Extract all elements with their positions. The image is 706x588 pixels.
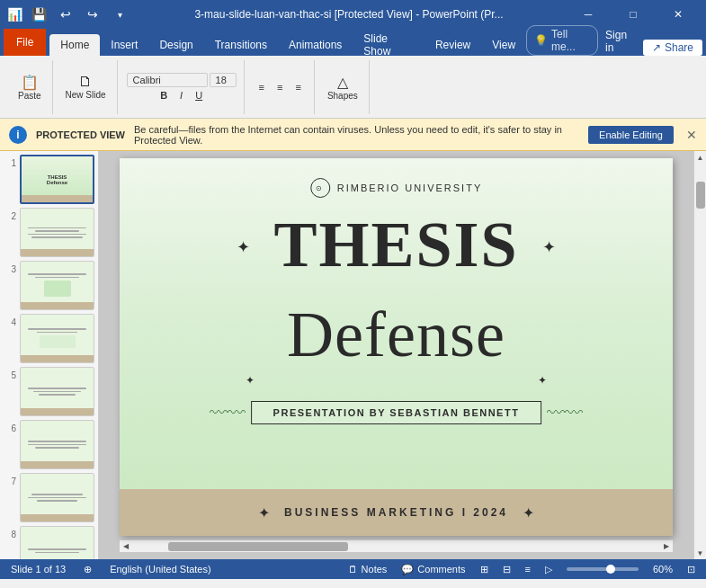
reading-view-icon: ≡: [525, 564, 531, 575]
canvas-area: ⊙ RIMBERIO UNIVERSITY THESIS Defense ✦ ✦…: [99, 151, 693, 559]
tab-review[interactable]: Review: [424, 34, 481, 56]
vertical-scrollbar: ▲ ▼: [693, 151, 706, 559]
slide-thumb-6[interactable]: 6: [4, 420, 94, 469]
university-logo: ⊙ RIMBERIO UNIVERSITY: [310, 178, 482, 198]
undo-icon[interactable]: ↩: [55, 4, 76, 25]
protected-view-label: PROTECTED VIEW: [36, 129, 125, 140]
slide-num-2: 2: [4, 208, 16, 221]
protected-view-message: Be careful—files from the Internet can c…: [134, 124, 579, 146]
scroll-thumb-v[interactable]: [696, 182, 705, 209]
zoom-thumb[interactable]: [606, 565, 615, 574]
align-right-button[interactable]: ≡: [290, 81, 306, 94]
ribbon-tabs: File Home Insert Design Transitions Anim…: [0, 29, 706, 56]
fit-icon: ⊡: [687, 564, 695, 575]
slide-panel: 1 THESISDefense 2 3: [0, 151, 99, 559]
scroll-track-v[interactable]: [694, 164, 706, 547]
ribbon-content: 📋 Paste 🗋 New Slide Calibri 18 B I U ≡ ≡…: [0, 56, 706, 119]
comments-button[interactable]: 💬 Comments: [398, 564, 469, 575]
slide-sorter-icon: ⊟: [503, 564, 511, 575]
slide-preview-4: [20, 314, 94, 363]
slide-num-1: 1: [4, 155, 16, 168]
new-slide-button[interactable]: 🗋 New Slide: [62, 72, 110, 102]
slide-thumb-8[interactable]: 8: [4, 526, 94, 559]
enable-editing-button[interactable]: Enable Editing: [588, 126, 674, 144]
shapes-button[interactable]: △ Shapes: [324, 72, 362, 102]
zoom-text: 60%: [653, 564, 673, 575]
tab-transitions[interactable]: Transitions: [204, 34, 278, 56]
scroll-down-button[interactable]: ▼: [694, 547, 707, 559]
slide-num-5: 5: [4, 367, 16, 380]
save-icon[interactable]: 💾: [28, 4, 49, 25]
slide-thumb-4[interactable]: 4: [4, 314, 94, 363]
zoom-level[interactable]: 60%: [649, 564, 676, 575]
tell-me-box[interactable]: 💡 Tell me...: [526, 25, 598, 56]
underline-button[interactable]: U: [190, 89, 208, 102]
slide-check-icon[interactable]: ⊕: [80, 564, 95, 575]
font-size-selector[interactable]: 18: [210, 73, 237, 87]
tab-animations[interactable]: Animations: [278, 34, 353, 56]
slides-group: 🗋 New Slide: [55, 60, 118, 114]
zoom-control[interactable]: [563, 567, 642, 571]
align-center-button[interactable]: ≡: [272, 81, 288, 94]
slide-num-6: 6: [4, 420, 16, 433]
slide-preview-8: [20, 526, 94, 559]
slide-counter[interactable]: Slide 1 of 13: [7, 564, 69, 575]
presenter-box: PRESENTATION BY SEBASTIAN BENNETT: [251, 401, 542, 424]
sparkle-bottomleft: ✦: [246, 374, 255, 387]
slide-thumb-2[interactable]: 2: [4, 208, 94, 257]
paste-icon: 📋: [21, 74, 39, 91]
close-protected-bar-icon[interactable]: ✕: [686, 128, 697, 142]
scroll-thumb-h[interactable]: [168, 542, 348, 551]
scroll-left-button[interactable]: ◀: [120, 540, 132, 553]
customize-icon[interactable]: ▾: [109, 4, 130, 25]
bottom-text: BUSINESS MARKETING I 2024: [284, 506, 508, 519]
sparkle-bottomright: ✦: [538, 374, 547, 387]
protected-view-bar: i PROTECTED VIEW Be careful—files from t…: [0, 119, 706, 151]
slide-num-4: 4: [4, 314, 16, 327]
slide-num-3: 3: [4, 261, 16, 274]
zoom-slider[interactable]: [567, 567, 639, 571]
scroll-right-button[interactable]: ▶: [660, 540, 673, 553]
language-text: English (United States): [110, 564, 211, 575]
close-button[interactable]: ✕: [657, 0, 699, 29]
scroll-up-button[interactable]: ▲: [694, 151, 707, 164]
slide-thumb-7[interactable]: 7: [4, 473, 94, 522]
scroll-track-h[interactable]: [132, 540, 660, 552]
tab-file[interactable]: File: [4, 29, 46, 56]
align-left-button[interactable]: ≡: [254, 81, 270, 94]
slide-bottom-bar: ✦ BUSINESS MARKETING I 2024 ✦: [120, 489, 673, 536]
reading-view-button[interactable]: ≡: [522, 564, 534, 575]
tab-design[interactable]: Design: [148, 34, 203, 56]
slide-show-button[interactable]: ▷: [541, 564, 556, 575]
new-slide-row: 🗋 New Slide: [62, 72, 110, 102]
font-selector[interactable]: Calibri: [127, 73, 208, 87]
maximize-button[interactable]: □: [612, 0, 654, 29]
normal-view-button[interactable]: ⊞: [477, 564, 492, 575]
slide-thumb-1[interactable]: 1 THESISDefense: [4, 155, 94, 204]
paste-button[interactable]: 📋 Paste: [14, 72, 45, 102]
paragraph-group: ≡ ≡ ≡: [246, 60, 315, 114]
slide-canvas[interactable]: ⊙ RIMBERIO UNIVERSITY THESIS Defense ✦ ✦…: [120, 158, 673, 536]
tab-home[interactable]: Home: [49, 34, 100, 56]
tab-slideshow[interactable]: Slide Show: [353, 34, 424, 56]
redo-icon[interactable]: ↪: [82, 4, 103, 25]
window-title: 3-mau-slide-luan-van-thac-si [Protected …: [130, 8, 567, 21]
slide-sorter-button[interactable]: ⊟: [499, 564, 514, 575]
bold-button[interactable]: B: [155, 89, 173, 102]
italic-button[interactable]: I: [174, 89, 188, 102]
slide-num-7: 7: [4, 473, 16, 486]
horizontal-scrollbar: ◀ ▶: [120, 539, 673, 552]
share-button[interactable]: ↗ Share: [643, 40, 702, 56]
fit-slide-button[interactable]: ⊡: [684, 564, 699, 575]
slide-thumb-5[interactable]: 5: [4, 367, 94, 416]
sign-in-button[interactable]: Sign in: [598, 27, 643, 56]
format-row: B I U: [155, 89, 208, 102]
language-selector[interactable]: English (United States): [106, 564, 215, 575]
slide-thumb-3[interactable]: 3: [4, 261, 94, 310]
notes-button[interactable]: 🗒 Notes: [344, 564, 391, 575]
tab-view[interactable]: View: [481, 34, 526, 56]
share-label: Share: [665, 41, 693, 54]
sparkle-topright: ✦: [542, 237, 556, 257]
tab-insert[interactable]: Insert: [100, 34, 148, 56]
main-area: 1 THESISDefense 2 3: [0, 151, 706, 559]
